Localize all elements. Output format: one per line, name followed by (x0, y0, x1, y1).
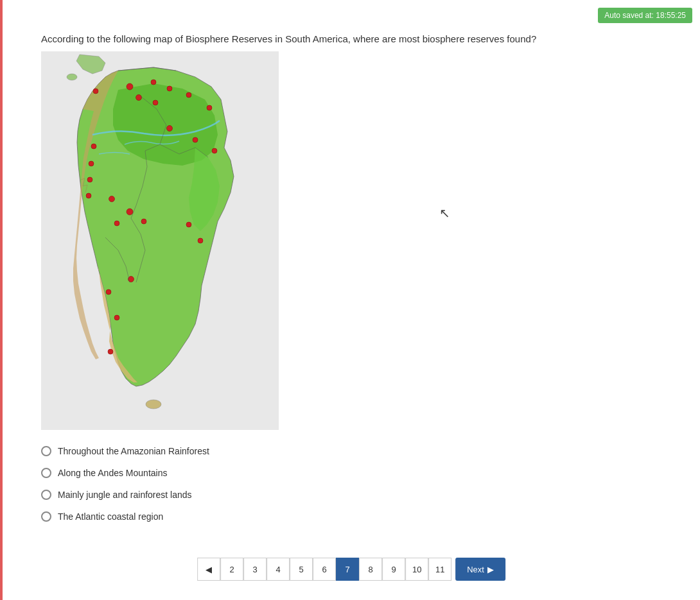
svg-point-9 (207, 105, 212, 110)
svg-point-11 (193, 137, 198, 142)
svg-point-1 (67, 74, 77, 80)
page-11-button[interactable]: 11 (428, 558, 451, 581)
svg-point-17 (109, 196, 115, 202)
svg-point-14 (89, 161, 94, 166)
answer-options: Throughout the Amazonian Rainforest Alon… (41, 446, 209, 522)
page-4-button[interactable]: 4 (267, 558, 290, 581)
question-text: According to the following map of Biosph… (41, 32, 661, 46)
page-6-button[interactable]: 6 (313, 558, 336, 581)
svg-point-13 (91, 144, 96, 149)
pagination-bar: ◀ 2 3 4 5 6 7 8 9 10 11 Next ▶ (197, 558, 505, 581)
next-button[interactable]: Next ▶ (455, 558, 505, 581)
option-b-label: Along the Andes Mountains (58, 468, 167, 478)
svg-point-12 (212, 148, 217, 153)
svg-point-3 (151, 80, 156, 85)
radio-d[interactable] (41, 511, 51, 522)
svg-point-4 (167, 86, 172, 91)
page-5-button[interactable]: 5 (290, 558, 313, 581)
option-a-label: Throughout the Amazonian Rainforest (58, 446, 209, 456)
option-a[interactable]: Throughout the Amazonian Rainforest (41, 446, 209, 456)
south-america-map (41, 51, 279, 430)
option-b[interactable]: Along the Andes Mountains (41, 468, 209, 478)
next-arrow-icon: ▶ (487, 565, 494, 574)
prev-page-button[interactable]: ◀ (197, 558, 220, 581)
svg-point-16 (86, 193, 91, 198)
svg-point-8 (186, 92, 191, 98)
cursor-arrow: ↖ (439, 205, 450, 221)
svg-point-24 (106, 289, 111, 295)
svg-point-7 (153, 100, 158, 105)
option-c[interactable]: Mainly jungle and rainforest lands (41, 490, 209, 500)
option-d[interactable]: The Atlantic coastal region (41, 511, 209, 522)
svg-point-25 (114, 315, 119, 320)
svg-point-26 (108, 349, 113, 354)
option-d-label: The Atlantic coastal region (58, 511, 163, 522)
page-3-button[interactable]: 3 (243, 558, 267, 581)
svg-point-22 (198, 238, 203, 243)
page-8-button[interactable]: 8 (359, 558, 382, 581)
svg-point-19 (141, 219, 146, 224)
option-c-label: Mainly jungle and rainforest lands (58, 490, 192, 500)
page-2-button[interactable]: 2 (220, 558, 243, 581)
radio-a[interactable] (41, 446, 51, 456)
autosave-badge: Auto saved at: 18:55:25 (598, 8, 692, 23)
svg-point-21 (186, 222, 191, 227)
svg-point-6 (136, 95, 142, 101)
svg-point-20 (114, 221, 119, 226)
radio-c[interactable] (41, 490, 51, 500)
svg-point-2 (127, 83, 133, 90)
svg-point-15 (87, 177, 92, 182)
page-10-button[interactable]: 10 (405, 558, 428, 581)
radio-b[interactable] (41, 468, 51, 478)
page-7-button[interactable]: 7 (336, 558, 359, 581)
main-container: Auto saved at: 18:55:25 According to the… (0, 0, 700, 600)
page-9-button[interactable]: 9 (382, 558, 405, 581)
svg-point-27 (146, 400, 161, 409)
svg-point-5 (93, 89, 98, 94)
svg-point-10 (167, 126, 173, 132)
map-container (41, 51, 279, 430)
svg-point-18 (127, 209, 133, 215)
